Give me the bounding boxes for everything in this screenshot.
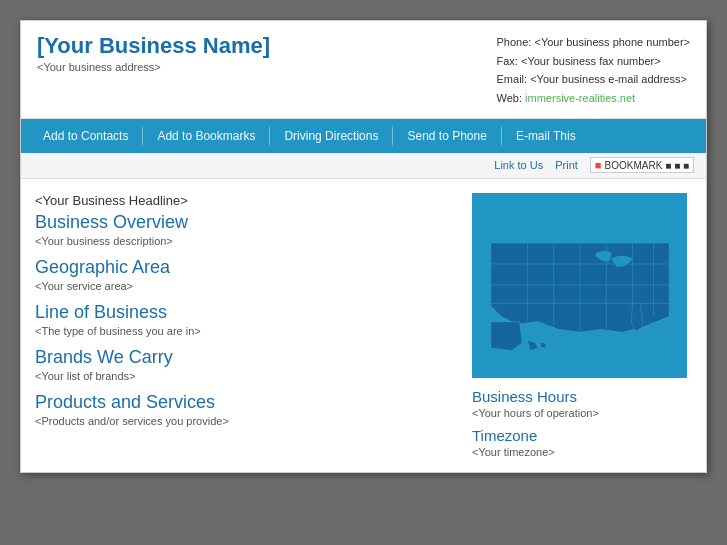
usa-map — [475, 195, 685, 375]
business-hours-desc: <Your hours of operation> — [472, 407, 692, 419]
page-wrapper: [Your Business Name] <Your business addr… — [20, 20, 707, 473]
web-row: Web: immersive-realities.net — [497, 89, 690, 108]
nav-email-this[interactable]: E-mail This — [502, 119, 590, 153]
geographic-title: Geographic Area — [35, 257, 458, 278]
fax-label: Fax: <Your business fax number> — [497, 52, 690, 71]
header-left: [Your Business Name] <Your business addr… — [37, 33, 270, 73]
business-hours-title: Business Hours — [472, 388, 692, 405]
brands-desc: <Your list of brands> — [35, 370, 458, 382]
bookmark-icons: ■ ■ ■ — [665, 160, 689, 171]
brands-title: Brands We Carry — [35, 347, 458, 368]
map-container — [472, 193, 687, 378]
nav-driving-directions[interactable]: Driving Directions — [270, 119, 392, 153]
products-desc: <Products and/or services you provide> — [35, 415, 458, 427]
web-url[interactable]: immersive-realities.net — [525, 92, 635, 104]
content-right: Business Hours <Your hours of operation>… — [472, 193, 692, 458]
line-of-business-title: Line of Business — [35, 302, 458, 323]
web-label: Web: — [497, 92, 522, 104]
products-title: Products and Services — [35, 392, 458, 413]
timezone-desc: <Your timezone> — [472, 446, 692, 458]
link-to-us-link[interactable]: Link to Us — [494, 159, 543, 171]
overview-title: Business Overview — [35, 212, 458, 233]
bookmark-label: BOOKMARK — [605, 160, 663, 171]
print-link[interactable]: Print — [555, 159, 578, 171]
nav-add-contacts[interactable]: Add to Contacts — [29, 119, 142, 153]
main-content: <Your Business Headline> Business Overvi… — [21, 179, 706, 472]
phone-label: Phone: <Your business phone number> — [497, 33, 690, 52]
business-address: <Your business address> — [37, 61, 270, 73]
nav-send-to-phone[interactable]: Send to Phone — [393, 119, 500, 153]
timezone-title: Timezone — [472, 427, 692, 444]
geographic-desc: <Your service area> — [35, 280, 458, 292]
content-left: <Your Business Headline> Business Overvi… — [35, 193, 458, 458]
business-name: [Your Business Name] — [37, 33, 270, 59]
overview-desc: <Your business description> — [35, 235, 458, 247]
business-headline: <Your Business Headline> — [35, 193, 458, 208]
header-right: Phone: <Your business phone number> Fax:… — [497, 33, 690, 108]
bookmark-icon: ■ — [595, 159, 602, 171]
utility-bar: Link to Us Print ■ BOOKMARK ■ ■ ■ — [21, 153, 706, 179]
header: [Your Business Name] <Your business addr… — [21, 21, 706, 119]
line-of-business-desc: <The type of business you are in> — [35, 325, 458, 337]
nav-add-bookmarks[interactable]: Add to Bookmarks — [143, 119, 269, 153]
navbar: Add to Contacts Add to Bookmarks Driving… — [21, 119, 706, 153]
bookmark-widget[interactable]: ■ BOOKMARK ■ ■ ■ — [590, 157, 694, 173]
email-label: Email: <Your business e-mail address> — [497, 70, 690, 89]
